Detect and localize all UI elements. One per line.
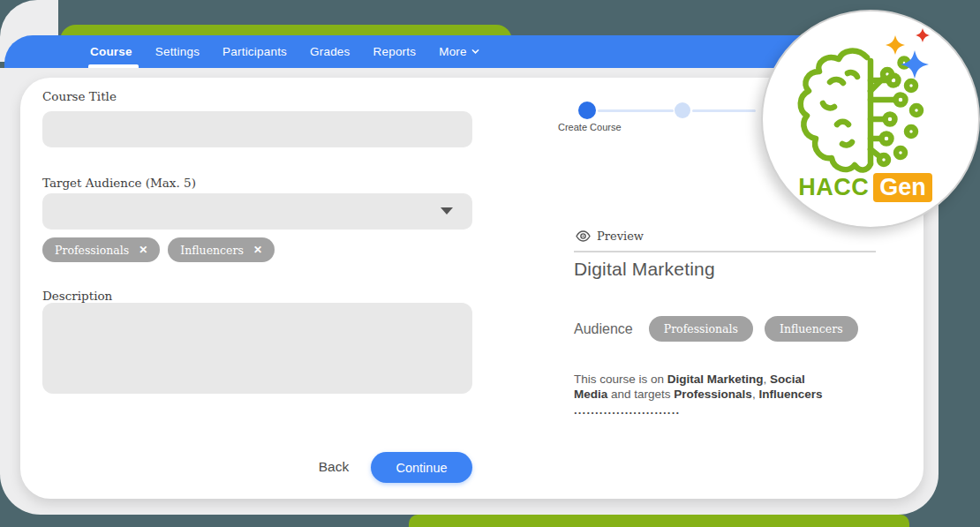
preview-chip-professionals: Professionals [649, 316, 753, 342]
tab-participants[interactable]: Participants [222, 45, 287, 58]
chip-label: Influencers [180, 244, 244, 257]
remove-chip-icon[interactable]: ✕ [253, 244, 262, 256]
tab-settings[interactable]: Settings [155, 45, 200, 58]
chevron-down-icon [471, 48, 479, 56]
stepper-connector [598, 109, 674, 112]
logo-text-hacc: HACC [798, 174, 869, 201]
audience-chip-professionals[interactable]: Professionals ✕ [42, 237, 160, 262]
target-audience-select[interactable] [42, 193, 472, 230]
selected-audience-chips: Professionals ✕ Influencers ✕ [42, 237, 275, 262]
remove-chip-icon[interactable]: ✕ [139, 244, 147, 256]
audience-chip-influencers[interactable]: Influencers ✕ [168, 237, 275, 262]
tab-more-label: More [439, 45, 467, 58]
tab-grades[interactable]: Grades [310, 45, 350, 58]
preview-divider [574, 251, 876, 252]
stepper-connector [692, 109, 756, 112]
preview-header: Preview [576, 230, 644, 243]
description-textarea[interactable] [42, 303, 472, 394]
bottom-green-accent-bar [409, 515, 909, 527]
stepper-step1-label: Create Course [558, 122, 622, 132]
caret-down-icon [441, 207, 453, 215]
stepper-step2-dot [675, 102, 690, 118]
logo-wordmark: HACC Gen [758, 173, 973, 202]
back-button[interactable]: Back [290, 452, 378, 482]
logo-text-gen: Gen [873, 173, 932, 202]
course-title-label: Course Title [42, 89, 117, 103]
preview-eye-icon [576, 230, 591, 242]
course-title-input[interactable] [42, 111, 472, 147]
description-label: Description [42, 289, 112, 303]
stepper-step1-dot [578, 102, 596, 119]
tab-course[interactable]: Course [90, 45, 132, 58]
chip-label: Professionals [55, 244, 129, 257]
preview-description-dots: ......................... [574, 403, 680, 417]
preview-audience-chips: Professionals Influencers [649, 316, 858, 342]
preview-header-label: Preview [597, 230, 644, 243]
continue-button[interactable]: Continue [371, 452, 472, 483]
preview-course-title: Digital Marketing [574, 259, 715, 280]
preview-chip-influencers: Influencers [765, 316, 858, 342]
hacc-gen-logo-badge: HACC Gen [761, 10, 980, 229]
preview-description: This course is on Digital Marketing, Soc… [574, 373, 839, 402]
preview-audience-row: Audience Professionals Influencers [574, 316, 858, 342]
tab-reports[interactable]: Reports [373, 45, 417, 58]
tab-more[interactable]: More [439, 45, 479, 58]
target-audience-label: Target Audience (Max. 5) [42, 176, 196, 190]
app-window: Course Settings Participants Grades Repo… [0, 0, 980, 527]
preview-audience-label: Audience [574, 321, 633, 337]
